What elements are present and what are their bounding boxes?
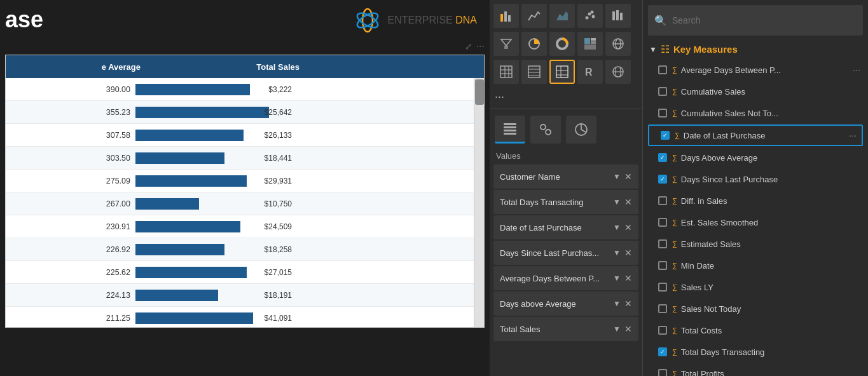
measure-item[interactable]: ∑Total Days Transacting <box>643 341 868 363</box>
field-remove-btn[interactable]: ✕ <box>624 273 632 283</box>
measures-list: ∑Average Days Between P...···∑Cumulative… <box>643 59 868 376</box>
measure-checkbox[interactable] <box>658 347 667 356</box>
field-dropdown-arrow[interactable]: ▼ <box>613 198 621 206</box>
measure-item[interactable]: ∑Diff. in Sales <box>643 190 868 211</box>
measure-label: Cumulative Sales Not To... <box>681 109 778 118</box>
format-icon[interactable] <box>530 116 561 144</box>
more-icons-dots[interactable]: ··· <box>490 88 642 106</box>
field-dropdown-arrow[interactable]: ▼ <box>613 248 621 257</box>
measure-checkbox[interactable] <box>658 218 667 227</box>
icon-area-chart[interactable] <box>549 4 575 28</box>
icon-line-chart[interactable] <box>521 4 547 28</box>
measure-dots-menu[interactable]: ··· <box>853 65 860 75</box>
measure-checkbox[interactable] <box>658 109 667 117</box>
measure-dots-menu[interactable]: ··· <box>849 130 857 140</box>
measure-checkbox[interactable] <box>658 65 667 74</box>
collapse-icon[interactable]: ▼ <box>649 45 657 54</box>
icon-donut[interactable] <box>549 32 575 56</box>
measure-checkbox[interactable] <box>661 131 670 140</box>
measure-item[interactable]: ∑Sales LY <box>643 276 868 298</box>
measures-panel: 🔍 ▼ ☷ Key Measures ∑Average Days Between… <box>642 0 868 376</box>
field-remove-btn[interactable]: ✕ <box>624 171 632 182</box>
field-item[interactable]: Date of Last Purchase▼✕ <box>493 215 638 239</box>
field-dropdown-arrow[interactable]: ▼ <box>613 299 621 308</box>
icon-scatter[interactable] <box>577 4 603 28</box>
field-remove-btn[interactable]: ✕ <box>624 324 632 334</box>
field-item[interactable]: Total Days Transacting▼✕ <box>493 190 638 214</box>
key-measures-title: Key Measures <box>673 44 738 55</box>
chart-dots-menu[interactable]: ··· <box>476 41 485 52</box>
field-item[interactable]: Average Days Between P...▼✕ <box>493 266 638 290</box>
field-dropdown-arrow[interactable]: ▼ <box>613 274 621 283</box>
svg-rect-13 <box>620 13 623 20</box>
measure-checkbox[interactable] <box>658 87 667 96</box>
measure-calc-icon: ∑ <box>672 66 677 74</box>
measure-label: Diff. in Sales <box>681 196 727 206</box>
bar-dark <box>135 267 247 278</box>
measure-checkbox[interactable] <box>658 175 667 184</box>
measure-item[interactable]: ∑Sales Not Today <box>643 298 868 319</box>
measure-item[interactable]: ∑Total Costs <box>643 319 868 341</box>
field-item[interactable]: Days Since Last Purchas...▼✕ <box>493 241 638 265</box>
icon-matrix[interactable] <box>549 60 575 84</box>
measure-calc-icon: ∑ <box>672 109 677 117</box>
measure-label: Min Date <box>681 261 714 271</box>
measure-calc-icon: ∑ <box>672 262 677 269</box>
measure-item[interactable]: ∑Est. Sales Smoothed <box>643 211 868 233</box>
measure-checkbox[interactable] <box>658 326 667 335</box>
measure-item[interactable]: ∑Days Above Average <box>643 147 868 168</box>
measure-item[interactable]: ∑Cumulative Sales <box>643 81 868 102</box>
field-remove-btn[interactable]: ✕ <box>624 248 632 258</box>
measure-item[interactable]: ∑Min Date <box>643 255 868 276</box>
measure-label: Total Profits <box>681 369 724 377</box>
measure-item[interactable]: ∑Estimated Sales <box>643 233 868 255</box>
measure-checkbox[interactable] <box>658 196 667 205</box>
measure-item[interactable]: ∑Cumulative Sales Not To... <box>643 102 868 124</box>
search-bar[interactable]: 🔍 <box>648 5 863 36</box>
field-text: Days above Average <box>500 299 610 309</box>
field-item[interactable]: Customer Name▼✕ <box>493 164 638 189</box>
icon-gauge[interactable] <box>605 4 631 28</box>
icon-bar-chart[interactable] <box>493 4 519 28</box>
cell-average: 230.91 <box>6 222 135 231</box>
measure-checkbox[interactable] <box>658 153 667 162</box>
analytics-icon[interactable] <box>566 116 596 144</box>
measure-checkbox[interactable] <box>658 261 667 270</box>
scrollbar[interactable] <box>474 78 484 328</box>
search-icon: 🔍 <box>654 15 667 27</box>
field-dropdown-arrow[interactable]: ▼ <box>613 325 621 333</box>
icon-treemap[interactable] <box>577 32 603 56</box>
measure-calc-icon: ∑ <box>672 197 677 205</box>
measure-item[interactable]: ∑Days Since Last Purchase <box>643 168 868 190</box>
icon-pie[interactable] <box>521 32 547 56</box>
field-dropdown-arrow[interactable]: ▼ <box>613 223 621 232</box>
measure-checkbox[interactable] <box>658 239 667 248</box>
field-remove-btn[interactable]: ✕ <box>624 197 632 207</box>
resize-icon[interactable]: ⤢ <box>465 41 472 51</box>
cell-value: $27,015 <box>265 268 292 277</box>
measure-checkbox[interactable] <box>658 304 667 313</box>
table-row: 267.00$10,750 <box>6 192 484 215</box>
icon-table-grid[interactable] <box>493 60 519 84</box>
icon-funnel[interactable] <box>493 32 519 56</box>
field-dropdown-arrow[interactable]: ▼ <box>613 172 621 181</box>
field-item[interactable]: Days above Average▼✕ <box>493 292 638 316</box>
search-input[interactable] <box>672 15 857 25</box>
icon-r-script[interactable]: R <box>577 60 603 84</box>
measure-checkbox[interactable] <box>658 369 667 376</box>
measure-item[interactable]: ∑Total Profits <box>643 363 868 376</box>
scroll-thumb[interactable] <box>475 79 484 105</box>
measure-label: Days Since Last Purchase <box>681 175 778 184</box>
icon-web[interactable] <box>605 60 631 84</box>
measure-item[interactable]: ∑Date of Last Purchase··· <box>648 124 863 146</box>
field-item[interactable]: Total Sales▼✕ <box>493 317 638 341</box>
field-remove-btn[interactable]: ✕ <box>624 299 632 309</box>
measure-label: Total Costs <box>681 326 722 335</box>
measure-checkbox[interactable] <box>658 283 667 292</box>
icon-globe[interactable] <box>605 32 631 56</box>
measure-label: Total Days Transacting <box>681 347 765 357</box>
icon-list[interactable] <box>521 60 547 84</box>
fields-icon[interactable] <box>495 116 525 144</box>
field-remove-btn[interactable]: ✕ <box>624 222 632 232</box>
measure-item[interactable]: ∑Average Days Between P...··· <box>643 59 868 81</box>
